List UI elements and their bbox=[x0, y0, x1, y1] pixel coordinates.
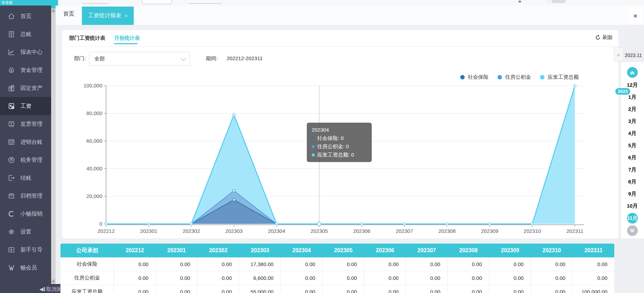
table-header-cell: 202212 bbox=[114, 244, 156, 257]
area-band-应发工资总额[interactable] bbox=[106, 86, 575, 224]
table-header-cell: 202301 bbox=[156, 244, 198, 257]
month-item[interactable]: 10月 bbox=[627, 200, 638, 212]
month-item[interactable]: 2月 bbox=[628, 103, 636, 115]
table-cell: 100,000.00 bbox=[572, 285, 614, 293]
data-point-marker[interactable] bbox=[403, 223, 406, 225]
tab-home[interactable]: 首页 bbox=[63, 10, 74, 18]
sidebar-item-fixed-assets[interactable]: 固定资产 bbox=[0, 79, 51, 97]
dept-select-value: 全部 bbox=[94, 56, 105, 62]
sidebar-item-guide[interactable]: 新手引导 bbox=[0, 241, 51, 259]
data-point-marker[interactable] bbox=[275, 223, 278, 225]
table-cell: 0.00 bbox=[406, 285, 448, 293]
closing-icon bbox=[8, 174, 15, 182]
data-point-marker[interactable] bbox=[361, 223, 363, 225]
sidebar-item-purchase-sales[interactable]: 进销台账 bbox=[0, 133, 51, 151]
data-point-marker[interactable] bbox=[148, 223, 150, 225]
table-cell: 0.00 bbox=[489, 285, 531, 293]
table-cell: 0.00 bbox=[156, 257, 198, 271]
subtab-department-table[interactable]: 部门工资统计表 bbox=[69, 35, 105, 41]
guide-icon bbox=[8, 246, 15, 254]
sidebar-item-funds[interactable]: 资金管理 bbox=[0, 61, 51, 79]
tab-close-icon[interactable]: × bbox=[125, 13, 127, 19]
sidebar-item-archive[interactable]: 归档管理 bbox=[0, 187, 51, 205]
sidebar-item-ledger[interactable]: 总账 bbox=[0, 25, 51, 43]
months-scroll-up-button[interactable] bbox=[627, 67, 638, 78]
table-header-cell: 202307 bbox=[406, 244, 448, 257]
sidebar-item-closing[interactable]: 结账 bbox=[0, 169, 51, 187]
table-row: 社会保险0.000.000.0017,380.000.000.000.000.0… bbox=[60, 257, 614, 271]
sidebar-item-tax[interactable]: 税务管理 bbox=[0, 151, 51, 169]
sidebar-item-member[interactable]: 畅会员 bbox=[0, 259, 51, 277]
table-header-cell: 202302 bbox=[197, 244, 239, 257]
data-point-marker[interactable] bbox=[489, 223, 491, 225]
table-header-cell: 202306 bbox=[364, 244, 406, 257]
panel-collapse-toggle[interactable]: » bbox=[614, 47, 623, 61]
hovered-point-marker[interactable] bbox=[317, 222, 321, 226]
close-icon[interactable]: × bbox=[629, 8, 642, 24]
month-item[interactable]: 6月 bbox=[628, 152, 636, 164]
sidebar-item-label: 设置 bbox=[20, 228, 31, 236]
table-header-cell: 202310 bbox=[531, 244, 573, 257]
sidebar-item-label: 归档管理 bbox=[20, 192, 42, 200]
month-item[interactable]: 7月 bbox=[628, 164, 636, 176]
x-tick-label: 202307 bbox=[396, 228, 413, 234]
table-header-cell: 公司承担 bbox=[60, 244, 114, 257]
month-item[interactable]: 11月 bbox=[627, 213, 638, 224]
table-cell: 0.00 bbox=[364, 257, 406, 271]
unpin-icon: ◀ bbox=[39, 286, 45, 292]
month-item[interactable]: 9月 bbox=[628, 188, 636, 200]
data-point-marker[interactable] bbox=[190, 223, 192, 225]
tab-salary-report[interactable]: 工资统计报表 × bbox=[82, 7, 134, 25]
chevron-double-down-icon bbox=[629, 228, 635, 234]
avatar[interactable] bbox=[552, 0, 566, 3]
scroll-down-arrow[interactable]: ▼ bbox=[51, 279, 56, 284]
chart-legend: 社会保险住房公积金应发工资总额 bbox=[460, 74, 579, 81]
period-filter-label: 期间: bbox=[206, 55, 218, 62]
legend-dot-icon bbox=[498, 75, 502, 79]
toolbar-fragment bbox=[83, 3, 108, 4]
sidebar-item-label: 进销台账 bbox=[20, 139, 42, 146]
data-point-marker[interactable] bbox=[233, 199, 235, 201]
scroll-up-arrow[interactable]: ▲ bbox=[51, 8, 56, 13]
active-subtab-underline bbox=[114, 43, 138, 44]
area-band-住房公积金[interactable] bbox=[106, 191, 575, 224]
sidebar-item-invoice[interactable]: 发票管理 bbox=[0, 115, 51, 133]
months-scroll-down-button[interactable] bbox=[627, 225, 638, 236]
table-cell: 17,380.00 bbox=[239, 257, 281, 271]
data-point-marker[interactable] bbox=[105, 223, 107, 225]
month-item[interactable]: 8月 bbox=[628, 176, 636, 188]
data-point-marker[interactable] bbox=[531, 223, 533, 225]
ledger-icon bbox=[8, 30, 15, 38]
table-header-cell: 202308 bbox=[447, 244, 489, 257]
month-item[interactable]: 5月 bbox=[628, 140, 636, 152]
table-cell: 0.00 bbox=[281, 271, 323, 285]
sidebar-item-salary[interactable]: 工资 bbox=[0, 97, 51, 115]
sidebar-item-label: 小畅报销 bbox=[20, 210, 42, 218]
table-cell: 0.00 bbox=[114, 271, 156, 285]
dept-select[interactable]: 全部 bbox=[89, 52, 190, 66]
bell-icon[interactable] bbox=[519, 1, 521, 2]
subtab-header: 部门工资统计表 月份统计表 刷新 bbox=[62, 30, 618, 47]
sidebar-scrollbar[interactable]: ▲ ▼ bbox=[51, 8, 56, 284]
area-band-社会保险[interactable] bbox=[106, 200, 575, 224]
month-item[interactable]: 3月 bbox=[628, 115, 636, 127]
toolbar-button-fragment[interactable] bbox=[142, 0, 172, 4]
sidebar-item-report-center[interactable]: 报表中心 bbox=[0, 43, 51, 61]
legend-item[interactable]: 应发工资总额 bbox=[540, 74, 579, 81]
sidebar-item-home[interactable]: 首页 bbox=[0, 7, 51, 25]
data-point-marker[interactable] bbox=[446, 223, 448, 225]
subtab-month-table[interactable]: 月份统计表 bbox=[114, 35, 140, 41]
month-item[interactable]: 4月 bbox=[628, 127, 636, 140]
data-point-marker[interactable] bbox=[574, 85, 576, 87]
data-point-marker[interactable] bbox=[233, 190, 235, 192]
refresh-button[interactable]: 刷新 bbox=[595, 34, 613, 41]
sidebar-item-expense[interactable]: 小畅报销 bbox=[0, 205, 51, 223]
sidebar-item-settings[interactable]: 设置 bbox=[0, 223, 51, 241]
table-header-cell: 202309 bbox=[489, 244, 531, 257]
legend-item[interactable]: 住房公积金 bbox=[498, 74, 531, 81]
table-row-label: 住房公积金 bbox=[60, 271, 114, 285]
table-cell: 0.00 bbox=[197, 285, 239, 293]
data-point-marker[interactable] bbox=[233, 114, 235, 116]
expense-icon bbox=[8, 210, 15, 218]
legend-item[interactable]: 社会保险 bbox=[460, 74, 489, 81]
